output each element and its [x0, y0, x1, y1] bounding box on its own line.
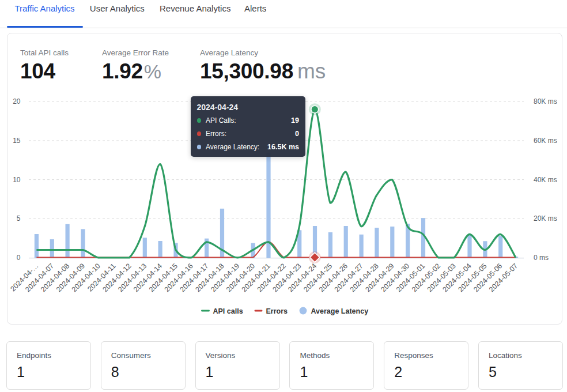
- svg-text:0: 0: [17, 254, 21, 262]
- svg-text:20K ms: 20K ms: [534, 214, 557, 223]
- svg-text:60K ms: 60K ms: [534, 137, 557, 145]
- svg-text:20: 20: [13, 97, 21, 105]
- svg-text:Average Latency: Average Latency: [311, 307, 369, 315]
- svg-text:10: 10: [13, 176, 21, 184]
- svg-text:80K ms: 80K ms: [534, 97, 557, 105]
- svg-text:0 ms: 0 ms: [534, 254, 549, 262]
- svg-text:API calls: API calls: [213, 307, 243, 315]
- svg-text:5: 5: [17, 214, 21, 223]
- svg-text:15: 15: [13, 137, 21, 145]
- svg-text:40K ms: 40K ms: [534, 176, 557, 184]
- svg-text:Errors: Errors: [266, 307, 288, 315]
